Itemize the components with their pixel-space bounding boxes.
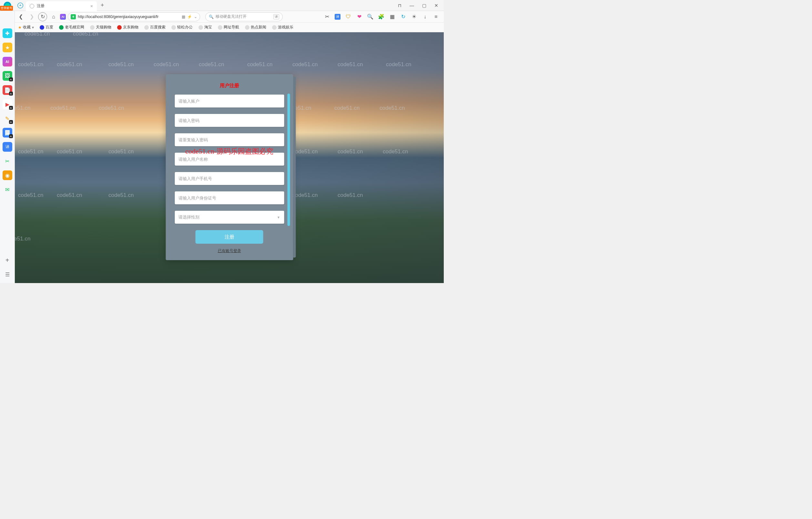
sidebar-doc-icon[interactable]: 📃AI [3, 128, 12, 138]
favorites-button[interactable]: ★收藏▾ [18, 25, 34, 30]
sync-icon[interactable]: ↻ [400, 13, 406, 20]
password-confirm-input[interactable] [175, 133, 284, 146]
password-input[interactable] [175, 114, 284, 127]
search-input[interactable]: 🔍 移动硬盘无法打开 译 [205, 12, 283, 21]
page-content: code51.cn code51.cn code51.cn code51.cn … [15, 32, 444, 283]
ai-icon[interactable]: AI [60, 14, 66, 20]
register-panel: 用户注册 请选择性别 ▼ 注册 已有账号登录 [166, 74, 293, 260]
search-icon: 🔍 [209, 15, 214, 19]
bookmark-baidusearch[interactable]: 百度搜索 [144, 25, 166, 30]
heart-icon[interactable]: ❤ [356, 13, 362, 20]
bookmark-nav[interactable]: 网址导航 [218, 25, 239, 30]
dropdown-icon[interactable]: ⌄ [194, 15, 197, 19]
title-bar: 登录账号 注册 × + ⊓ — ▢ ✕ [0, 0, 444, 11]
gender-placeholder: 请选择性别 [178, 214, 199, 220]
menu-icon[interactable]: ≡ [433, 13, 439, 20]
login-badge[interactable]: 登录账号 [0, 6, 13, 11]
sidebar-edit-icon[interactable]: ✎AI [3, 114, 12, 123]
sidebar-video-icon[interactable]: ▶AI [3, 99, 12, 109]
submit-button[interactable]: 注册 [196, 230, 263, 244]
site-security-icon: + [71, 14, 76, 19]
idcard-input[interactable] [175, 192, 284, 204]
phone-input[interactable] [175, 172, 284, 185]
sidebar-ai-icon[interactable]: AI [3, 57, 12, 66]
sidebar-add-icon[interactable]: + [3, 255, 12, 265]
sidebar-pdf-icon[interactable]: 📄AI [3, 85, 12, 95]
translate-button[interactable]: 译 [335, 14, 341, 20]
scissors-icon[interactable]: ✂ [324, 13, 330, 20]
reload-button[interactable]: ↻ [38, 12, 47, 21]
sidebar-weibo-icon[interactable]: ◉ [3, 170, 12, 180]
address-bar: ❮ ❯ ↻ ⌂ AI + http://localhost:8080/geren… [0, 11, 444, 23]
zoom-icon[interactable]: 🔍 [367, 13, 373, 20]
translate-badge[interactable]: 译 [273, 14, 279, 19]
tab-close-icon[interactable]: × [90, 4, 93, 9]
sidebar-cut-icon[interactable]: ✂ [3, 156, 12, 166]
back-button[interactable]: ❮ [16, 12, 25, 21]
sidebar-plus-icon[interactable]: ✚ [3, 28, 12, 38]
maximize-button[interactable]: ▢ [418, 1, 430, 10]
sidebar-list-icon[interactable]: ☰ [3, 269, 12, 279]
search-placeholder: 移动硬盘无法打开 [215, 14, 246, 19]
send-icon[interactable] [15, 2, 26, 9]
puzzle-icon[interactable]: 🧩 [378, 13, 384, 20]
home-button[interactable]: ⌂ [49, 12, 58, 21]
bookmark-tmall[interactable]: 天猫购物 [90, 25, 111, 30]
bookmark-baidu[interactable]: 百度 [40, 25, 53, 30]
bookmark-gameent[interactable]: 游戏娱乐 [272, 25, 293, 30]
theme-icon[interactable]: ☀ [411, 13, 417, 20]
new-tab-button[interactable]: + [97, 2, 108, 9]
sidebar-translate-icon[interactable]: 译 [3, 142, 12, 152]
panel-scrollbar[interactable] [287, 94, 290, 226]
flash-icon[interactable]: ⚡ [187, 15, 192, 19]
qr-icon[interactable]: ▦ [182, 15, 185, 19]
minimize-button[interactable]: — [406, 1, 417, 10]
tab-title: 注册 [37, 3, 45, 9]
apps-icon[interactable]: ▦ [389, 13, 395, 20]
watermark-red: code51.cn-源码乐园盗图必究 [185, 147, 273, 156]
chevron-down-icon: ▼ [277, 215, 280, 219]
url-text: http://localhost:8080/gerenjiaxiaoyuyueg… [78, 15, 180, 19]
bookmark-taobao[interactable]: 淘宝 [199, 25, 212, 30]
gender-select[interactable]: 请选择性别 ▼ [175, 211, 284, 224]
sidebar-image-icon[interactable]: 🖼AI [3, 71, 12, 81]
shield-icon[interactable]: 🛡 [345, 13, 351, 20]
sidebar-mail-icon[interactable]: ✉ [3, 184, 12, 194]
pin-button[interactable]: ⊓ [394, 1, 405, 10]
forward-button[interactable]: ❯ [27, 12, 36, 21]
bookmark-jd[interactable]: 京东购物 [117, 25, 139, 30]
account-input[interactable] [175, 94, 284, 108]
bookmarks-bar: ★收藏▾ 百度 老毛桃官网 天猫购物 京东购物 百度搜索 轻松办公 淘宝 网址导… [0, 23, 444, 32]
url-input[interactable]: + http://localhost:8080/gerenjiaxiaoyuyu… [68, 12, 200, 21]
bookmark-hotnews[interactable]: 热点新闻 [245, 25, 266, 30]
bookmark-laomaotao[interactable]: 老毛桃官网 [59, 25, 84, 30]
close-button[interactable]: ✕ [431, 1, 442, 10]
download-icon[interactable]: ↓ [422, 13, 428, 20]
tab-register[interactable]: 注册 × [26, 1, 97, 11]
browser-logo[interactable]: 登录账号 [0, 1, 15, 10]
login-link[interactable]: 已有账号登录 [175, 248, 284, 254]
panel-title: 用户注册 [175, 83, 284, 89]
sidebar-star-icon[interactable]: ★ [3, 42, 12, 52]
left-sidebar: ✚ ★ AI 🖼AI 📄AI ▶AI ✎AI 📃AI 译 ✂ ◉ ✉ + ☰ [0, 11, 15, 283]
globe-icon [30, 4, 34, 8]
bookmark-qingsong[interactable]: 轻松办公 [171, 25, 193, 30]
